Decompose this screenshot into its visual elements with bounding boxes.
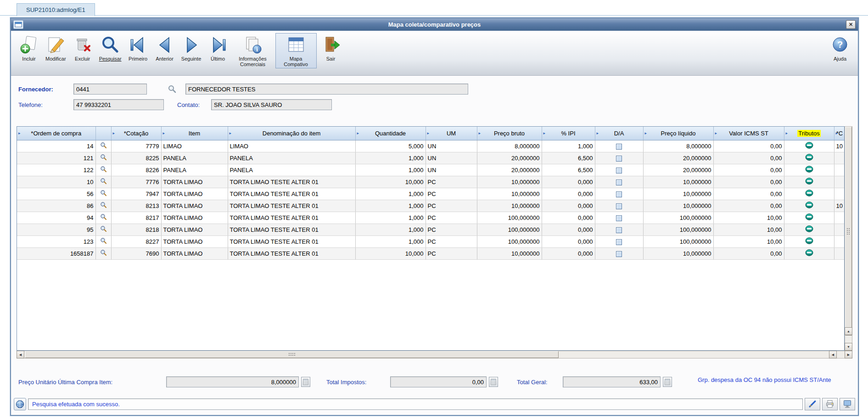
cell-lookup[interactable] bbox=[95, 152, 111, 164]
col-header-item[interactable]: ▸Item bbox=[161, 127, 228, 140]
vertical-scrollbar-thumb[interactable] bbox=[845, 127, 852, 336]
scroll-left-button[interactable]: ◀ bbox=[17, 351, 24, 358]
vertical-scrollbar[interactable]: ▲ ▼ bbox=[845, 126, 852, 351]
close-button[interactable]: ✕ bbox=[846, 20, 856, 29]
toolbar-button-sair[interactable]: Sair bbox=[319, 33, 343, 63]
tributos-coin-icon[interactable] bbox=[805, 237, 813, 244]
status-message: Pesquisa efetuada com sucesso. bbox=[32, 401, 120, 408]
telefone-input[interactable] bbox=[73, 99, 164, 110]
tributos-coin-icon[interactable] bbox=[805, 166, 813, 173]
fornecedor-lookup-icon[interactable] bbox=[168, 85, 176, 95]
horizontal-scrollbar[interactable]: ◀ ◀ ▶ bbox=[17, 351, 852, 358]
cell-lookup[interactable] bbox=[95, 247, 111, 259]
cell-lookup[interactable] bbox=[95, 224, 111, 235]
cell-lookup[interactable] bbox=[95, 188, 111, 200]
da-checkbox[interactable] bbox=[616, 168, 622, 174]
da-checkbox[interactable] bbox=[616, 203, 622, 209]
col-header-ipi[interactable]: ▸% IPI bbox=[542, 127, 595, 140]
cell-valor-icms-st: 0,00 bbox=[713, 140, 784, 152]
table-row[interactable]: 1658187 7690 TORTA LIMAO TORTA LIMAO TES… bbox=[17, 247, 845, 259]
toolbar-button-ultimo[interactable]: Último bbox=[206, 33, 230, 63]
window-system-icon[interactable] bbox=[13, 20, 23, 29]
toolbar-button-informacoes-comerciais[interactable]: i Informações Comerciais bbox=[232, 33, 274, 68]
cell-lookup[interactable] bbox=[95, 212, 111, 224]
tributos-coin-icon[interactable] bbox=[805, 178, 813, 185]
toolbar-button-seguinte[interactable]: Seguinte bbox=[179, 33, 204, 63]
tributos-coin-icon[interactable] bbox=[805, 190, 813, 196]
col-header-ordem[interactable]: ▸*Ordem de compra bbox=[17, 127, 95, 140]
col-header-cotacao[interactable]: ▸*Cotação bbox=[111, 127, 161, 140]
tributos-coin-icon[interactable] bbox=[805, 249, 813, 256]
horizontal-scrollbar-thumb[interactable] bbox=[25, 351, 559, 358]
total-impostos-input[interactable] bbox=[390, 376, 487, 387]
fornecedor-code-input[interactable] bbox=[73, 84, 147, 95]
table-row[interactable]: 123 8227 TORTA LIMAO TORTA LIMAO TESTE A… bbox=[17, 235, 845, 247]
scroll-down-button[interactable]: ▼ bbox=[845, 343, 852, 351]
table-row[interactable]: 14 7779 LIMAO LIMAO 5,000 UN 8,000000 1,… bbox=[17, 140, 845, 152]
cell-denominacao: TORTA LIMAO TESTE ALTER 01 bbox=[228, 200, 355, 212]
tributos-coin-icon[interactable] bbox=[805, 213, 813, 220]
cell-lookup[interactable] bbox=[95, 140, 111, 152]
scroll-left-end-button[interactable]: ◀ bbox=[829, 351, 837, 358]
tributos-coin-icon[interactable] bbox=[805, 202, 813, 208]
tributos-coin-icon[interactable] bbox=[805, 154, 813, 161]
cell-lookup[interactable] bbox=[95, 235, 111, 247]
da-checkbox[interactable] bbox=[616, 191, 622, 197]
table-row[interactable]: 86 8213 TORTA LIMAO TORTA LIMAO TESTE AL… bbox=[17, 200, 845, 212]
signature-tool-button[interactable] bbox=[805, 398, 820, 410]
preco-unitario-input[interactable] bbox=[166, 376, 299, 387]
toolbar-button-pesquisar[interactable]: Pesquisar bbox=[97, 33, 124, 63]
table-row[interactable]: 56 7947 TORTA LIMAO TORTA LIMAO TESTE AL… bbox=[17, 188, 845, 200]
table-row[interactable]: 121 8225 PANELA PANELA 1,000 UN 20,00000… bbox=[17, 152, 845, 164]
col-header-extra[interactable]: ▸*C bbox=[834, 127, 845, 140]
col-header-da[interactable]: ▸D/A bbox=[595, 127, 643, 140]
da-checkbox[interactable] bbox=[616, 251, 622, 257]
col-header-preco-bruto[interactable]: ▸Preço bruto bbox=[477, 127, 542, 140]
col-header-lookup[interactable] bbox=[95, 127, 111, 140]
toolbar-button-ajuda[interactable]: ? Ajuda bbox=[828, 33, 852, 63]
toolbar-button-modificar[interactable]: Modificar bbox=[43, 33, 68, 63]
da-checkbox[interactable] bbox=[616, 156, 622, 162]
da-checkbox[interactable] bbox=[616, 227, 622, 233]
toolbar-button-primeiro[interactable]: Primeiro bbox=[126, 33, 151, 63]
table-row[interactable]: 94 8217 TORTA LIMAO TORTA LIMAO TESTE AL… bbox=[17, 212, 845, 224]
row-lookup-icon bbox=[100, 166, 107, 173]
cell-lookup[interactable] bbox=[95, 176, 111, 188]
total-geral-detail-button[interactable] bbox=[663, 377, 672, 387]
print-tool-button[interactable] bbox=[822, 398, 838, 410]
toolbar-button-incluir[interactable]: Incluir bbox=[17, 33, 41, 63]
scroll-right-button[interactable]: ▶ bbox=[845, 351, 852, 358]
scroll-up-button[interactable]: ▲ bbox=[845, 327, 852, 335]
toolbar-button-label: Excluir bbox=[75, 56, 90, 62]
col-header-um[interactable]: ▸UM bbox=[426, 127, 477, 140]
fornecedor-name-input[interactable] bbox=[185, 84, 468, 95]
app-tab-bar: SUP21010:admlog/E1 bbox=[0, 0, 868, 16]
da-checkbox[interactable] bbox=[616, 215, 622, 221]
da-checkbox[interactable] bbox=[616, 179, 622, 185]
col-header-valor-icms-st[interactable]: ▸Valor ICMS ST bbox=[713, 127, 784, 140]
total-impostos-detail-button[interactable] bbox=[489, 377, 498, 387]
globe-status-button[interactable] bbox=[14, 398, 26, 410]
col-header-quantidade[interactable]: ▸Quantidade bbox=[355, 127, 426, 140]
window-titlebar[interactable]: Mapa coleta/comparativo preços ✕ bbox=[11, 18, 858, 31]
table-row[interactable]: 10 7776 TORTA LIMAO TORTA LIMAO TESTE AL… bbox=[17, 176, 845, 188]
tributos-coin-icon[interactable] bbox=[805, 225, 813, 232]
preco-unitario-detail-button[interactable] bbox=[301, 377, 310, 387]
toolbar-button-excluir[interactable]: Excluir bbox=[70, 33, 95, 63]
col-header-tributos[interactable]: ▸Tributos bbox=[784, 127, 834, 140]
app-tab[interactable]: SUP21010:admlog/E1 bbox=[17, 3, 95, 16]
total-geral-input[interactable] bbox=[563, 376, 661, 387]
da-checkbox[interactable] bbox=[616, 239, 622, 245]
col-header-denominacao[interactable]: ▸Denominação do item bbox=[228, 127, 355, 140]
toolbar-button-mapa-compativo[interactable]: Mapa Compativo bbox=[275, 33, 317, 68]
da-checkbox[interactable] bbox=[616, 144, 622, 150]
monitor-tool-button[interactable] bbox=[840, 398, 855, 410]
table-row[interactable]: 122 8226 PANELA PANELA 1,000 UN 20,00000… bbox=[17, 164, 845, 176]
table-row[interactable]: 95 8218 TORTA LIMAO TORTA LIMAO TESTE AL… bbox=[17, 224, 845, 235]
cell-lookup[interactable] bbox=[95, 200, 111, 212]
cell-lookup[interactable] bbox=[95, 164, 111, 176]
tributos-coin-icon[interactable] bbox=[805, 142, 813, 149]
toolbar-button-anterior[interactable]: Anterior bbox=[152, 33, 177, 63]
col-header-preco-liquido[interactable]: ▸Preço líquido bbox=[643, 127, 713, 140]
contato-input[interactable] bbox=[211, 99, 332, 110]
